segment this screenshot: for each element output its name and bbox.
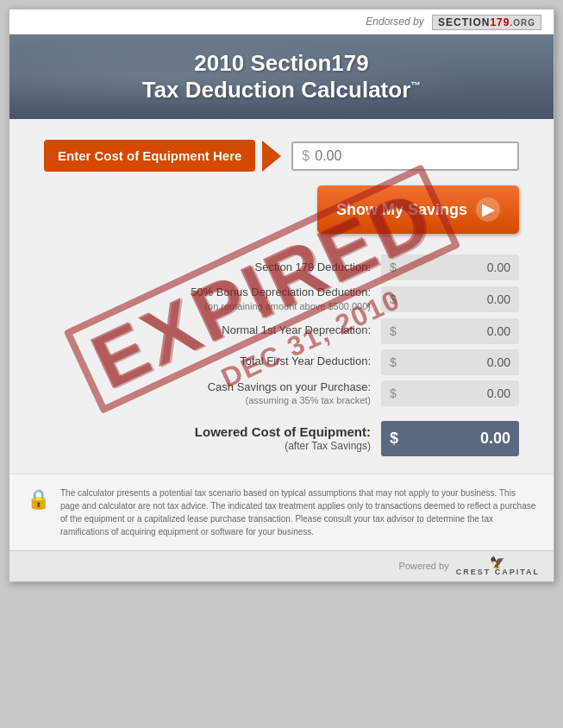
powered-by-label: Powered by bbox=[399, 561, 449, 571]
content-area: EXPIRED DEC 31, 2010 Enter Cost of Equip… bbox=[9, 119, 554, 473]
result-value-2: 0.00 bbox=[405, 324, 510, 338]
dollar-sign: $ bbox=[302, 148, 310, 164]
result-value-4: 0.00 bbox=[405, 386, 510, 400]
result-dollar-4: $ bbox=[390, 386, 397, 400]
cost-input[interactable] bbox=[315, 148, 509, 164]
crest-brand: CREST CAPITAL bbox=[456, 568, 540, 576]
result-value-3: 0.00 bbox=[405, 355, 510, 369]
crest-logo: 🦅 CREST CAPITAL bbox=[456, 556, 540, 576]
calculator-container: Endorsed by SECTION179.ORG 2010 Section1… bbox=[9, 9, 554, 582]
result-value-box-4: $ 0.00 bbox=[381, 380, 519, 406]
results-area: Section 179 Deduction: $ 0.00 50% Bonus … bbox=[44, 254, 519, 455]
powered-by-bar: Powered by 🦅 CREST CAPITAL bbox=[9, 550, 554, 581]
endorsed-label: Endorsed by bbox=[366, 16, 423, 28]
logo-suffix: .ORG bbox=[510, 18, 535, 28]
lowered-sublabel: (after Tax Savings) bbox=[44, 440, 371, 454]
result-value-box-0: $ 0.00 bbox=[381, 254, 519, 280]
result-sublabel-1: (on remaining amount above $500,000) bbox=[44, 300, 371, 312]
result-label-1: 50% Bonus Depreciation Deduction: (on re… bbox=[44, 286, 381, 312]
lock-icon: 🔒 bbox=[27, 488, 50, 511]
main-title: 2010 Section179 Tax Deduction Calculator… bbox=[27, 50, 536, 104]
result-label-0: Section 179 Deduction: bbox=[44, 260, 381, 275]
input-row: Enter Cost of Equipment Here $ bbox=[44, 140, 519, 172]
result-row-3: Total First Year Deduction: $ 0.00 bbox=[44, 349, 519, 375]
savings-btn-row: Show My Savings ▶ bbox=[44, 185, 519, 234]
result-dollar-3: $ bbox=[390, 355, 397, 369]
result-value-box-1: $ 0.00 bbox=[381, 286, 519, 312]
logo-num: 179 bbox=[490, 16, 510, 28]
result-label-3: Total First Year Deduction: bbox=[44, 355, 381, 369]
title-area: 2010 Section179 Tax Deduction Calculator… bbox=[9, 35, 554, 119]
result-row-2: Normal 1st Year Depreciation: $ 0.00 bbox=[44, 318, 519, 344]
disclaimer-area: 🔒 The calculator presents a potential ta… bbox=[9, 474, 554, 550]
result-dollar-2: $ bbox=[390, 324, 397, 338]
logo-section: SECTION bbox=[438, 16, 490, 28]
savings-btn-arrow-icon: ▶ bbox=[476, 198, 500, 222]
lowered-dollar: $ bbox=[390, 430, 398, 448]
lowered-label: Lowered Cost of Equipment: (after Tax Sa… bbox=[44, 424, 381, 454]
section179-logo: SECTION179.ORG bbox=[432, 15, 541, 30]
result-value-box-3: $ 0.00 bbox=[381, 349, 519, 375]
savings-btn-label: Show My Savings bbox=[336, 201, 467, 219]
result-dollar-1: $ bbox=[390, 292, 397, 306]
result-label-2: Normal 1st Year Depreciation: bbox=[44, 323, 381, 338]
lowered-cost-row: Lowered Cost of Equipment: (after Tax Sa… bbox=[44, 421, 519, 456]
result-row-1: 50% Bonus Depreciation Deduction: (on re… bbox=[44, 286, 519, 312]
result-sublabel-4: (assuming a 35% tax bracket) bbox=[44, 394, 371, 406]
result-row-4: Cash Savings on your Purchase: (assuming… bbox=[44, 380, 519, 407]
result-row-0: Section 179 Deduction: $ 0.00 bbox=[44, 254, 519, 280]
disclaimer-text: The calculator presents a potential tax … bbox=[60, 486, 536, 538]
endorsed-bar: Endorsed by SECTION179.ORG bbox=[9, 9, 554, 35]
result-label-4: Cash Savings on your Purchase: (assuming… bbox=[44, 380, 381, 407]
lowered-value: 0.00 bbox=[407, 430, 510, 448]
cost-input-wrapper[interactable]: $ bbox=[291, 141, 519, 171]
lowered-value-box: $ 0.00 bbox=[381, 421, 519, 456]
crest-bird-icon: 🦅 bbox=[490, 556, 506, 568]
enter-label: Enter Cost of Equipment Here bbox=[44, 140, 255, 172]
arrow-icon bbox=[262, 141, 281, 172]
result-value-box-2: $ 0.00 bbox=[381, 318, 519, 344]
show-savings-button[interactable]: Show My Savings ▶ bbox=[317, 185, 519, 234]
result-value-1: 0.00 bbox=[405, 292, 510, 306]
result-value-0: 0.00 bbox=[405, 260, 510, 274]
result-dollar-0: $ bbox=[390, 260, 397, 274]
